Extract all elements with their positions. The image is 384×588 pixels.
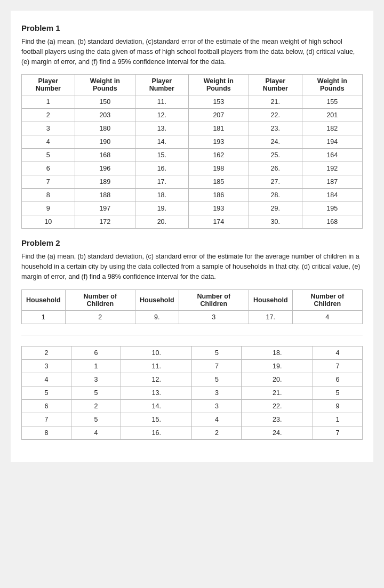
table-cell: 16.: [135, 162, 188, 175]
col-header-3: PlayerNumber: [135, 75, 188, 95]
table-cell: 195: [302, 202, 362, 215]
table-cell: 3: [22, 359, 71, 373]
table-row: 220312.20722.201: [22, 109, 363, 122]
table-cell: 6: [71, 346, 121, 359]
table-cell: 18.: [242, 346, 313, 359]
table-cell: 6: [22, 399, 71, 413]
table-cell: 3: [192, 386, 242, 399]
table-cell: 9: [313, 399, 362, 413]
table-cell: 29.: [249, 202, 302, 215]
col-header-4: Weight inPounds: [188, 75, 249, 95]
problem1-table: PlayerNumber Weight inPounds PlayerNumbe…: [21, 74, 363, 229]
table-row: 129.317.4: [22, 310, 363, 324]
table-cell: 16.: [121, 426, 192, 439]
table-cell: 24.: [249, 135, 302, 149]
table-cell: 193: [188, 202, 249, 215]
table-cell: 7: [192, 359, 242, 373]
table-cell: 24.: [242, 426, 313, 439]
table-cell: 6: [313, 373, 362, 386]
table-cell: 10.: [121, 346, 192, 359]
table-cell: 12.: [121, 373, 192, 386]
table-cell: 198: [188, 162, 249, 175]
table-cell: 13.: [121, 386, 192, 399]
table-cell: 190: [75, 135, 135, 149]
problem1-title: Problem 1: [21, 23, 363, 33]
table-cell: 180: [75, 122, 135, 135]
table-cell: 23.: [242, 413, 313, 426]
table-cell: 30.: [249, 215, 302, 229]
p2-col-header-5: Household: [249, 289, 293, 310]
table-cell: 22.: [249, 109, 302, 122]
table-cell: 19.: [135, 202, 188, 215]
table-cell: 174: [188, 215, 249, 229]
table-cell: 186: [188, 189, 249, 202]
table-cell: 155: [302, 95, 362, 109]
table-cell: 162: [188, 149, 249, 162]
table-cell: 11.: [121, 359, 192, 373]
table-cell: 2: [22, 109, 75, 122]
table-row: 919719.19329.195: [22, 202, 363, 215]
table-row: 619616.19826.192: [22, 162, 363, 175]
table-cell: 15.: [135, 149, 188, 162]
p2-col-header-2: Number of Children: [65, 289, 135, 310]
table-row: 2610.518.4: [22, 346, 363, 359]
table-cell: 181: [188, 122, 249, 135]
table-cell: 21.: [249, 95, 302, 109]
table-cell: 26.: [249, 162, 302, 175]
table-cell: 17.: [135, 175, 188, 189]
table-cell: 3: [22, 122, 75, 135]
table-cell: 9.: [135, 310, 179, 324]
table-row: 4312.520.6: [22, 373, 363, 386]
table-cell: 172: [75, 215, 135, 229]
table-cell: 4: [71, 426, 121, 439]
col-header-5: PlayerNumber: [249, 75, 302, 95]
table-cell: 11.: [135, 95, 188, 109]
table-cell: 3: [179, 310, 249, 324]
table-row: 318013.18123.182: [22, 122, 363, 135]
p2-col-header-3: Household: [135, 289, 179, 310]
table-cell: 8: [22, 426, 71, 439]
table-cell: 12.: [135, 109, 188, 122]
table-cell: 3: [192, 399, 242, 413]
table-cell: 184: [302, 189, 362, 202]
table-cell: 21.: [242, 386, 313, 399]
col-header-6: Weight inPounds: [302, 75, 362, 95]
problem2-title: Problem 2: [21, 238, 363, 247]
table-cell: 18.: [135, 189, 188, 202]
page: Problem 1 Find the (a) mean, (b) standar…: [11, 11, 373, 462]
table-cell: 1: [22, 95, 75, 109]
table-cell: 14.: [121, 399, 192, 413]
table-cell: 15.: [121, 413, 192, 426]
p2-col-header-4: Number of Children: [179, 289, 249, 310]
table-cell: 5: [71, 413, 121, 426]
table-row: 5513.321.5: [22, 386, 363, 399]
table-cell: 168: [75, 149, 135, 162]
table-cell: 5: [313, 386, 362, 399]
problem2-description: Find the (a) mean, (b) standard deviatio…: [21, 252, 363, 281]
table-cell: 1: [71, 359, 121, 373]
table-cell: 3: [71, 373, 121, 386]
col-header-2: Weight inPounds: [75, 75, 135, 95]
table-cell: 20.: [135, 215, 188, 229]
problem2-table-bottom: 2610.518.43111.719.74312.520.65513.321.5…: [21, 346, 363, 440]
table-cell: 7: [22, 175, 75, 189]
table-cell: 187: [302, 175, 362, 189]
table-cell: 5: [22, 149, 75, 162]
table-cell: 1: [22, 310, 66, 324]
table-cell: 189: [75, 175, 135, 189]
table-cell: 10: [22, 215, 75, 229]
table-cell: 7: [22, 413, 71, 426]
table-cell: 4: [313, 346, 362, 359]
table-row: 718917.18527.187: [22, 175, 363, 189]
table-cell: 6: [22, 162, 75, 175]
table-cell: 2: [192, 426, 242, 439]
table-cell: 150: [75, 95, 135, 109]
table-cell: 188: [75, 189, 135, 202]
table-cell: 13.: [135, 122, 188, 135]
table-cell: 22.: [242, 399, 313, 413]
table-cell: 192: [302, 162, 362, 175]
table-cell: 14.: [135, 135, 188, 149]
table-cell: 7: [313, 359, 362, 373]
table-cell: 193: [188, 135, 249, 149]
table-cell: 182: [302, 122, 362, 135]
